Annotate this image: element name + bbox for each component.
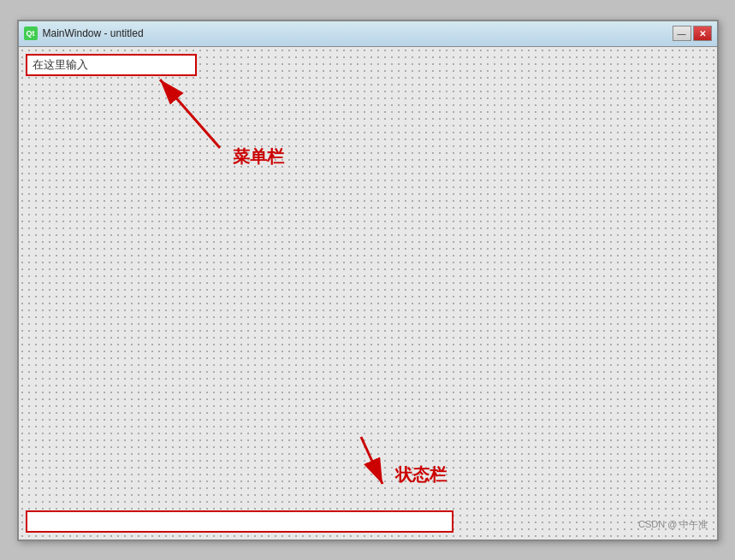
- window-body: 菜单栏 状态栏 CSDN @ 中午准: [19, 47, 717, 539]
- menubar-arrow-icon: [143, 71, 246, 156]
- close-button[interactable]: ✕: [693, 26, 712, 41]
- statusbar-area: [26, 510, 710, 533]
- main-area: 菜单栏 状态栏 CSDN @ 中午准: [19, 47, 717, 539]
- title-bar-controls: — ✕: [673, 26, 712, 41]
- statusbar-annotation: 状态栏: [395, 463, 447, 486]
- statusbar-arrow-icon: [335, 428, 404, 497]
- watermark: CSDN @ 中午准: [638, 518, 708, 531]
- title-bar: Qt MainWindow - untitled — ✕: [19, 21, 717, 47]
- main-window: Qt MainWindow - untitled — ✕: [17, 20, 719, 541]
- qt-logo-icon: Qt: [24, 27, 38, 40]
- svg-line-1: [160, 80, 220, 148]
- window-title: MainWindow - untitled: [43, 27, 144, 39]
- minimize-button[interactable]: —: [673, 26, 691, 41]
- svg-line-3: [361, 437, 382, 484]
- statusbar-input[interactable]: [26, 510, 453, 533]
- title-bar-left: Qt MainWindow - untitled: [24, 27, 144, 40]
- menubar-annotation: 菜单栏: [233, 145, 284, 168]
